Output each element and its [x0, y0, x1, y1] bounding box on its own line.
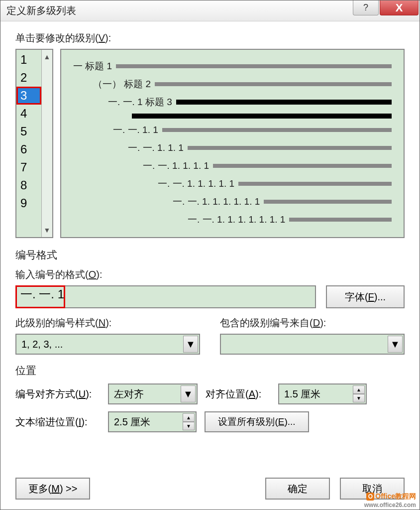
close-icon: X: [396, 1, 403, 14]
position-section-label: 位置: [15, 364, 405, 378]
preview-row: 一. 一. 1 标题 3: [73, 96, 392, 109]
preview-row: 一. 一. 1. 1. 1. 1. 1: [73, 177, 392, 190]
align-combo[interactable]: 左对齐 ▼: [108, 383, 198, 404]
level-section-label: 单击要修改的级别(V):: [15, 31, 405, 45]
number-format-input[interactable]: 一. 一. 1: [15, 285, 316, 308]
preview-row: 一. 一. 1. 1. 1. 1. 1. 1. 1: [73, 213, 392, 226]
watermark: OOffice教程网 www.office26.com: [364, 492, 416, 509]
include-level-combo[interactable]: ▼: [220, 334, 405, 355]
office-icon: O: [366, 493, 374, 501]
level-item-8[interactable]: 8: [16, 176, 41, 194]
preview-row: 一 标题 1: [73, 60, 392, 73]
set-all-levels-button[interactable]: 设置所有级别(E)...: [205, 411, 309, 432]
chevron-down-icon: ▼: [181, 385, 196, 402]
level-item-7[interactable]: 7: [16, 158, 41, 176]
preview-row: （一） 标题 2: [73, 78, 392, 91]
align-label: 编号对齐方式(U):: [15, 387, 100, 401]
level-item-5[interactable]: 5: [16, 123, 41, 140]
include-level-label: 包含的级别编号来自(D):: [220, 316, 405, 330]
preview-row: [73, 114, 392, 119]
spinner-down-icon[interactable]: ▼: [183, 422, 195, 430]
scroll-up-icon[interactable]: ▲: [44, 53, 51, 61]
help-icon: ?: [363, 2, 368, 13]
alignpos-label: 对齐位置(A):: [206, 387, 270, 401]
level-item-1[interactable]: 1: [16, 51, 41, 69]
preview-row: 一. 一. 1. 1. 1: [73, 141, 392, 154]
level-item-2[interactable]: 2: [16, 69, 41, 87]
chevron-down-icon: ▼: [183, 336, 198, 353]
ok-button[interactable]: 确定: [265, 478, 330, 500]
alignpos-spinner[interactable]: 1.5 厘米 ▲ ▼: [278, 383, 367, 404]
level-item-3[interactable]: 3: [16, 87, 41, 105]
spinner-down-icon[interactable]: ▼: [353, 394, 365, 402]
preview-row: 一. 一. 1. 1. 1. 1: [73, 159, 392, 172]
preview-row: 一. 一. 1. 1. 1. 1. 1. 1: [73, 195, 392, 208]
dialog-title: 定义新多级列表: [6, 4, 76, 17]
level-item-6[interactable]: 6: [16, 140, 41, 158]
list-preview: 一 标题 1（一） 标题 2一. 一. 1 标题 3一. 一. 1. 1一. 一…: [60, 49, 405, 238]
spinner-up-icon[interactable]: ▲: [353, 385, 365, 394]
format-input-label: 输入编号的格式(O):: [15, 268, 405, 281]
more-button[interactable]: 更多(M) >>: [15, 478, 90, 500]
number-style-label: 此级别的编号样式(N):: [15, 316, 200, 330]
close-button[interactable]: X: [380, 0, 419, 15]
number-style-combo[interactable]: 1, 2, 3, ... ▼: [15, 334, 200, 355]
level-item-4[interactable]: 4: [16, 105, 41, 123]
titlebar: 定义新多级列表 ? X: [0, 0, 420, 21]
level-item-9[interactable]: 9: [16, 194, 41, 212]
multilevel-list-dialog: 定义新多级列表 ? X 单击要修改的级别(V): 123456789 ▲ ▼ 一…: [0, 0, 420, 510]
chevron-down-icon: ▼: [388, 336, 403, 353]
indent-spinner[interactable]: 2.5 厘米 ▲ ▼: [108, 411, 197, 432]
preview-row: 一. 一. 1. 1: [73, 124, 392, 136]
format-section-label: 编号格式: [15, 248, 405, 262]
help-button[interactable]: ?: [353, 0, 379, 15]
level-scrollbar[interactable]: ▲ ▼: [41, 50, 52, 237]
indent-label: 文本缩进位置(I):: [15, 415, 100, 429]
scroll-down-icon[interactable]: ▼: [44, 226, 51, 234]
spinner-up-icon[interactable]: ▲: [183, 413, 195, 422]
level-listbox[interactable]: 123456789 ▲ ▼: [15, 49, 53, 238]
font-button[interactable]: 字体(F)...: [326, 285, 405, 308]
